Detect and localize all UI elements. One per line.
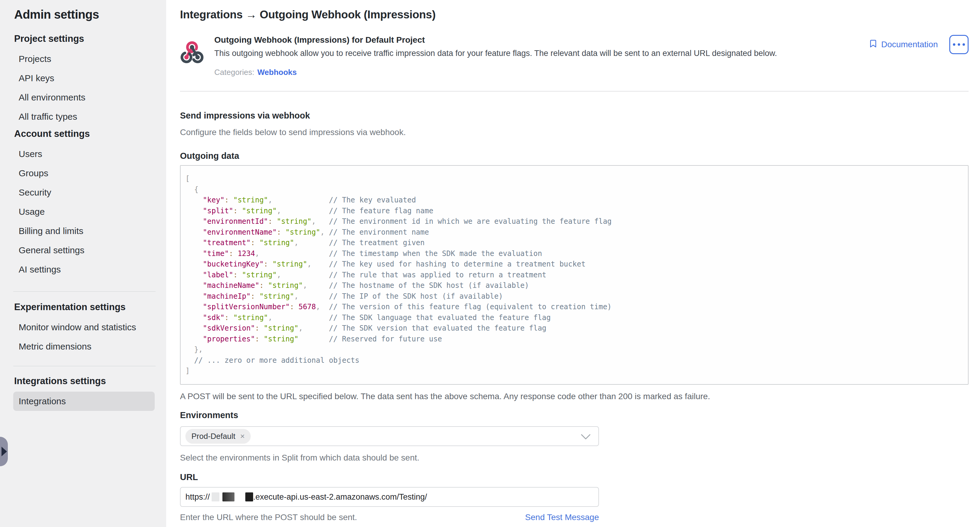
redaction-block [212, 492, 220, 502]
sidebar-title: Admin settings [14, 8, 166, 21]
main-content: Integrations → Outgoing Webhook (Impress… [166, 0, 980, 527]
url-label: URL [180, 472, 969, 482]
experimentation-settings-list: Monitor window and statistics Metric dim… [14, 317, 166, 356]
more-options-button[interactable] [949, 35, 969, 54]
sidebar-item-usage[interactable]: Usage [13, 202, 155, 221]
sidebar-item-users[interactable]: Users [13, 144, 155, 163]
webhook-icon [180, 39, 204, 64]
outgoing-data-label: Outgoing data [180, 151, 969, 161]
outgoing-data-schema: [ { "key": "string", // The key evaluate… [180, 165, 969, 385]
header-actions: Documentation [869, 35, 969, 54]
sidebar-item-security[interactable]: Security [13, 183, 155, 202]
integration-title: Outgoing Webhook (Impressions) for Defau… [214, 35, 777, 45]
environments-helper: Select the environments in Split from wh… [180, 453, 969, 463]
section-heading: Send impressions via webhook [180, 110, 969, 121]
sidebar-item-general-settings[interactable]: General settings [13, 241, 155, 260]
url-value-prefix: https:// [185, 492, 210, 502]
environments-label: Environments [180, 410, 969, 420]
section-subheading: Configure the fields below to send impre… [180, 127, 969, 138]
sidebar-item-metric-dimensions[interactable]: Metric dimensions [13, 337, 155, 356]
chevron-right-icon [2, 447, 7, 456]
remove-tag-icon[interactable]: × [240, 432, 245, 440]
ellipsis-icon [953, 43, 955, 46]
section-label-account-settings: Account settings [14, 129, 166, 139]
sidebar-divider [13, 291, 156, 292]
account-settings-list: Users Groups Security Usage Billing and … [14, 144, 166, 279]
sidebar-item-integrations[interactable]: Integrations [13, 392, 155, 411]
environment-tag-label: Prod-Default [191, 432, 235, 441]
sidebar-divider [13, 366, 156, 367]
sidebar-collapse-handle[interactable] [0, 437, 8, 466]
integration-card: Outgoing Webhook (Impressions) for Defau… [180, 35, 969, 77]
code-json: [ { "key": "string", // The key evaluate… [185, 173, 962, 376]
documentation-link[interactable]: Documentation [869, 39, 938, 51]
environment-tag: Prod-Default × [185, 429, 251, 444]
redaction-block [245, 492, 253, 502]
environments-select[interactable]: Prod-Default × [180, 426, 599, 446]
category-link-webhooks[interactable]: Webhooks [257, 68, 297, 77]
integrations-settings-list: Integrations [14, 392, 166, 411]
sidebar-item-api-keys[interactable]: API keys [13, 68, 155, 88]
redaction-block [223, 492, 234, 502]
bookmark-icon [869, 39, 878, 51]
url-helper: Enter the URL where the POST should be s… [180, 512, 357, 522]
documentation-label: Documentation [881, 40, 938, 49]
url-value-suffix: .execute-api.us-east-2.amazonaws.com/Tes… [253, 492, 427, 502]
admin-sidebar: Admin settings Project settings Projects… [0, 0, 166, 527]
categories-label: Categories: [214, 68, 255, 77]
url-input[interactable]: https://.execute-api.us-east-2.amazonaws… [180, 487, 599, 507]
sidebar-item-groups[interactable]: Groups [13, 163, 155, 183]
project-settings-list: Projects API keys All environments All t… [14, 49, 166, 126]
send-test-message-link[interactable]: Send Test Message [525, 513, 599, 522]
section-label-project-settings: Project settings [14, 34, 166, 44]
post-note: A POST will be sent to the URL specified… [180, 391, 969, 402]
sidebar-item-projects[interactable]: Projects [13, 49, 155, 68]
sidebar-item-monitor-window[interactable]: Monitor window and statistics [13, 317, 155, 337]
breadcrumb: Integrations → Outgoing Webhook (Impress… [180, 8, 969, 22]
sidebar-item-all-environments[interactable]: All environments [13, 88, 155, 107]
section-label-integrations-settings: Integrations settings [14, 376, 166, 386]
sidebar-item-all-traffic-types[interactable]: All traffic types [13, 107, 155, 126]
chevron-down-icon [580, 433, 591, 441]
section-divider [180, 91, 969, 92]
integration-description: This outgoing webhook allow you to recei… [214, 48, 777, 58]
section-label-experimentation-settings: Experimentation settings [14, 302, 166, 312]
sidebar-item-billing-and-limits[interactable]: Billing and limits [13, 221, 155, 241]
sidebar-item-ai-settings[interactable]: AI settings [13, 260, 155, 279]
